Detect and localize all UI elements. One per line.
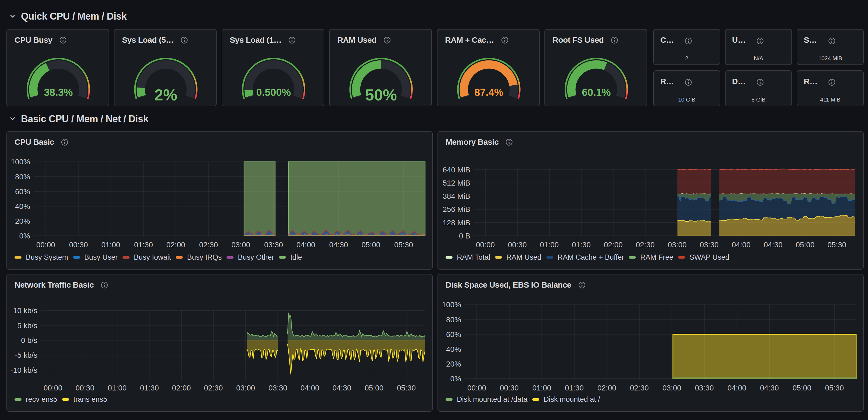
svg-text:02:30: 02:30 bbox=[199, 240, 218, 249]
svg-text:03:00: 03:00 bbox=[668, 240, 687, 249]
svg-text:128 MiB: 128 MiB bbox=[443, 219, 470, 227]
svg-text:04:00: 04:00 bbox=[727, 384, 746, 392]
svg-text:03:30: 03:30 bbox=[700, 240, 719, 249]
svg-text:80%: 80% bbox=[15, 173, 30, 181]
svg-text:01:30: 01:30 bbox=[134, 240, 153, 249]
svg-text:05:00: 05:00 bbox=[796, 240, 814, 249]
svg-text:-10 kb/s: -10 kb/s bbox=[10, 366, 37, 374]
svg-text:04:30: 04:30 bbox=[333, 384, 351, 392]
svg-text:87.4%: 87.4% bbox=[474, 87, 503, 98]
svg-text:0%: 0% bbox=[19, 232, 30, 240]
svg-text:03:00: 03:00 bbox=[236, 384, 255, 392]
svg-text:03:30: 03:30 bbox=[269, 384, 287, 392]
svg-text:04:30: 04:30 bbox=[764, 240, 782, 249]
svg-text:10 kb/s: 10 kb/s bbox=[13, 306, 37, 315]
svg-text:02:00: 02:00 bbox=[604, 240, 623, 249]
svg-text:05:30: 05:30 bbox=[828, 240, 846, 249]
svg-text:38.3%: 38.3% bbox=[44, 87, 73, 98]
svg-text:2%: 2% bbox=[154, 86, 177, 104]
svg-text:00:30: 00:30 bbox=[508, 240, 527, 249]
svg-text:02:00: 02:00 bbox=[597, 384, 616, 392]
svg-text:01:30: 01:30 bbox=[565, 384, 584, 392]
svg-text:01:00: 01:00 bbox=[101, 240, 120, 249]
svg-text:05:30: 05:30 bbox=[394, 240, 413, 249]
svg-text:40%: 40% bbox=[446, 345, 461, 353]
svg-text:05:00: 05:00 bbox=[793, 384, 811, 392]
svg-text:05:30: 05:30 bbox=[397, 384, 416, 392]
svg-text:60.1%: 60.1% bbox=[582, 87, 611, 98]
svg-text:00:00: 00:00 bbox=[36, 240, 55, 249]
svg-text:384 MiB: 384 MiB bbox=[443, 192, 470, 200]
svg-text:0 B: 0 B bbox=[459, 232, 470, 240]
svg-text:60%: 60% bbox=[15, 188, 30, 196]
svg-text:05:00: 05:00 bbox=[362, 240, 380, 249]
svg-text:04:30: 04:30 bbox=[760, 384, 779, 392]
svg-text:256 MiB: 256 MiB bbox=[443, 205, 470, 214]
svg-text:00:00: 00:00 bbox=[467, 384, 486, 392]
svg-text:01:00: 01:00 bbox=[108, 384, 127, 392]
svg-text:0%: 0% bbox=[451, 375, 461, 383]
svg-text:04:30: 04:30 bbox=[329, 240, 348, 249]
svg-text:02:00: 02:00 bbox=[166, 240, 185, 249]
svg-text:03:00: 03:00 bbox=[662, 384, 681, 392]
svg-text:04:00: 04:00 bbox=[732, 240, 750, 249]
svg-text:512 MiB: 512 MiB bbox=[443, 179, 470, 187]
svg-text:02:30: 02:30 bbox=[204, 384, 223, 392]
svg-text:40%: 40% bbox=[15, 202, 30, 211]
svg-text:00:30: 00:30 bbox=[75, 384, 94, 392]
svg-text:03:30: 03:30 bbox=[695, 384, 714, 392]
svg-text:60%: 60% bbox=[446, 330, 461, 338]
svg-text:05:30: 05:30 bbox=[825, 384, 844, 392]
svg-text:5 kb/s: 5 kb/s bbox=[17, 321, 37, 330]
svg-text:01:30: 01:30 bbox=[140, 384, 159, 392]
svg-text:02:00: 02:00 bbox=[172, 384, 191, 392]
svg-text:20%: 20% bbox=[446, 360, 461, 368]
svg-text:00:00: 00:00 bbox=[476, 240, 495, 249]
svg-text:02:30: 02:30 bbox=[630, 384, 649, 392]
svg-text:01:00: 01:00 bbox=[540, 240, 559, 249]
svg-text:03:30: 03:30 bbox=[264, 240, 283, 249]
svg-text:02:30: 02:30 bbox=[636, 240, 655, 249]
svg-text:0 b/s: 0 b/s bbox=[21, 336, 37, 345]
svg-text:100%: 100% bbox=[11, 158, 30, 166]
svg-text:00:00: 00:00 bbox=[43, 384, 62, 392]
svg-text:04:00: 04:00 bbox=[301, 384, 319, 392]
svg-text:50%: 50% bbox=[365, 86, 397, 104]
svg-text:100%: 100% bbox=[442, 300, 461, 309]
svg-text:01:30: 01:30 bbox=[572, 240, 591, 249]
svg-text:00:30: 00:30 bbox=[69, 240, 88, 249]
svg-text:04:00: 04:00 bbox=[297, 240, 315, 249]
svg-text:01:00: 01:00 bbox=[532, 384, 551, 392]
svg-text:00:30: 00:30 bbox=[500, 384, 519, 392]
svg-text:20%: 20% bbox=[15, 217, 30, 225]
svg-text:640 MiB: 640 MiB bbox=[443, 166, 470, 174]
svg-text:0.500%: 0.500% bbox=[256, 87, 291, 98]
svg-text:-5 kb/s: -5 kb/s bbox=[15, 351, 37, 359]
svg-text:80%: 80% bbox=[446, 316, 461, 324]
svg-text:05:00: 05:00 bbox=[365, 384, 383, 392]
svg-text:03:00: 03:00 bbox=[231, 240, 250, 249]
